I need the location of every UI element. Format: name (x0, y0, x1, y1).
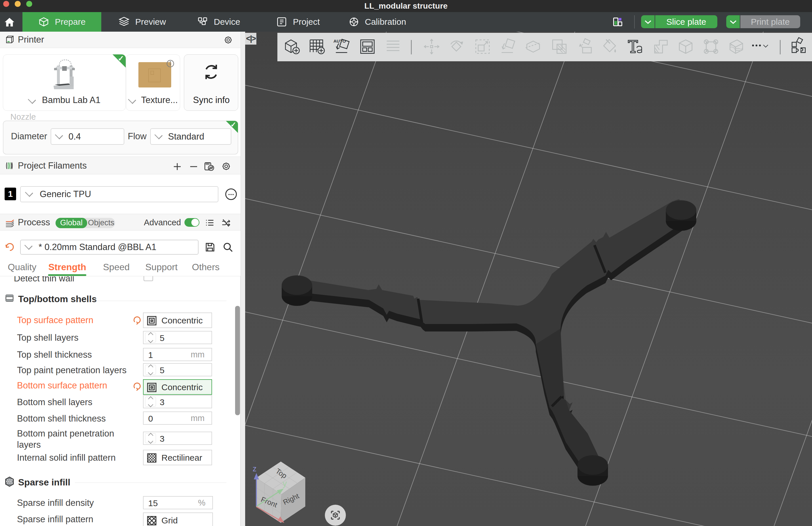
svg-text:AUTO: AUTO (333, 39, 346, 43)
svg-text:z: z (252, 464, 257, 473)
svg-text:y: y (282, 479, 287, 488)
